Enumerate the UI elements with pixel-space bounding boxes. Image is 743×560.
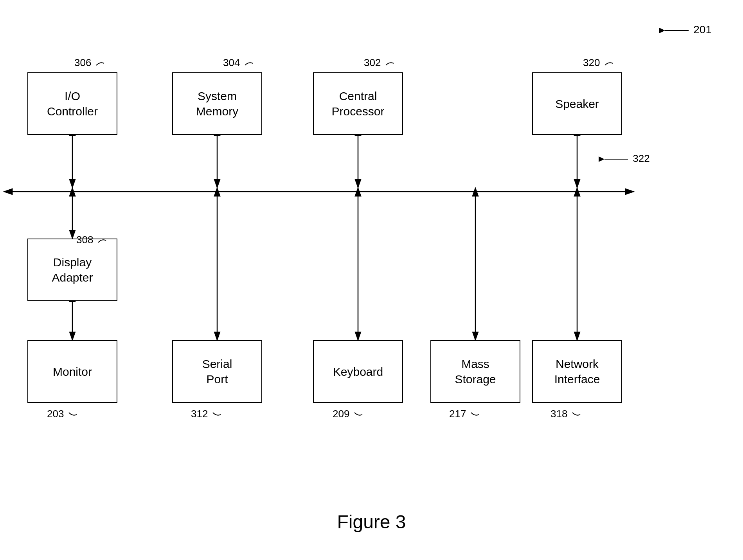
keyboard-label: Keyboard bbox=[333, 364, 383, 379]
ref-320: 320 bbox=[583, 57, 615, 69]
ref-308: 308 bbox=[76, 234, 108, 246]
ref-304: 304 bbox=[223, 57, 255, 69]
diagram-container: 201 I/O Controller 306 System Memory 304… bbox=[0, 0, 743, 560]
monitor-label: Monitor bbox=[53, 364, 92, 379]
keyboard-box: Keyboard bbox=[313, 340, 403, 403]
monitor-box: Monitor bbox=[27, 340, 117, 403]
mass-storage-label: Mass Storage bbox=[455, 356, 496, 387]
serial-port-label: Serial Port bbox=[202, 356, 232, 387]
speaker-box: Speaker bbox=[532, 72, 622, 135]
central-processor-label: Central Processor bbox=[331, 88, 384, 119]
system-memory-label: System Memory bbox=[196, 88, 238, 119]
io-controller-label: I/O Controller bbox=[47, 88, 98, 119]
speaker-label: Speaker bbox=[555, 96, 599, 111]
network-interface-label: Network Interface bbox=[554, 356, 600, 387]
system-memory-box: System Memory bbox=[172, 72, 262, 135]
ref-318: 318 bbox=[551, 408, 582, 420]
display-adapter-label: Display Adapter bbox=[52, 255, 93, 285]
ref-302: 302 bbox=[364, 57, 396, 69]
central-processor-box: Central Processor bbox=[313, 72, 403, 135]
display-adapter-box: Display Adapter bbox=[27, 239, 117, 301]
mass-storage-box: Mass Storage bbox=[430, 340, 520, 403]
figure-number-label: 201 bbox=[659, 23, 712, 36]
network-interface-box: Network Interface bbox=[532, 340, 622, 403]
ref-217: 217 bbox=[449, 408, 481, 420]
ref-306: 306 bbox=[74, 57, 106, 69]
ref-203: 203 bbox=[47, 408, 79, 420]
ref-209: 209 bbox=[333, 408, 364, 420]
svg-marker-17 bbox=[599, 156, 604, 162]
io-controller-box: I/O Controller bbox=[27, 72, 117, 135]
serial-port-box: Serial Port bbox=[172, 340, 262, 403]
figure-caption: Figure 3 bbox=[337, 511, 406, 533]
svg-marker-15 bbox=[659, 28, 665, 33]
ref-322: 322 bbox=[599, 153, 650, 165]
ref-312: 312 bbox=[191, 408, 223, 420]
